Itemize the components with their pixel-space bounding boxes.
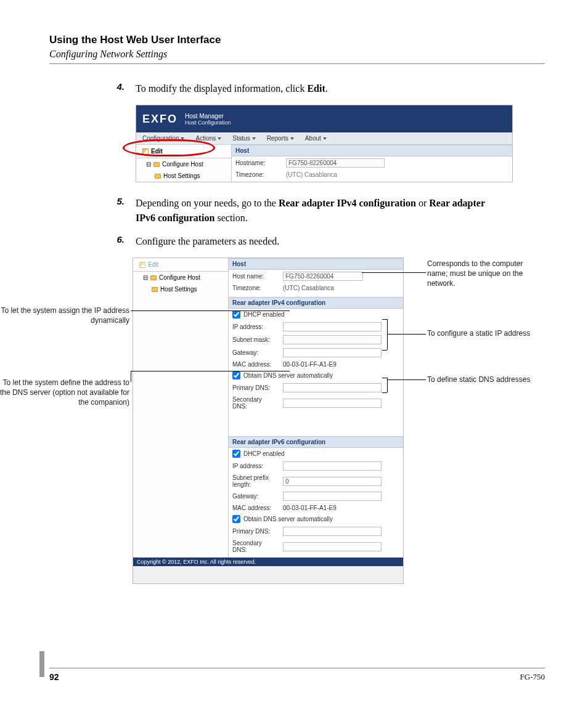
host-section-title: Host bbox=[232, 145, 512, 156]
screenshot-2-region: Edit ⊟Configure Host Host Settings Host … bbox=[74, 258, 567, 596]
callout-static-ip: To configure a static IP address bbox=[427, 328, 532, 338]
chevron-down-icon bbox=[323, 137, 327, 140]
page-number: 92 bbox=[49, 672, 59, 682]
gateway-input[interactable] bbox=[283, 348, 382, 357]
sdns6-label: Secondary DNS: bbox=[232, 540, 278, 553]
obtain-dns6-checkbox[interactable] bbox=[232, 515, 240, 523]
page-footer: 92 FG-750 bbox=[49, 668, 545, 682]
callout-line bbox=[131, 371, 290, 371]
hostname-label: Hostname: bbox=[235, 160, 281, 166]
exfo-logo: EXFO bbox=[142, 113, 178, 126]
mac6-value: 00-03-01-FF-A1-E9 bbox=[283, 505, 337, 511]
app-header: EXFO Host Manager Host Configuration bbox=[136, 105, 512, 132]
step-number: 6. bbox=[111, 234, 125, 249]
folder-icon bbox=[150, 275, 157, 280]
hostname-input[interactable] bbox=[286, 158, 385, 168]
callout-dhcp: To let the system assign the IP address … bbox=[0, 306, 129, 325]
ip6-label: IP address: bbox=[232, 463, 278, 469]
tree-host-settings[interactable]: Host Settings bbox=[133, 283, 228, 295]
menu-reports[interactable]: Reports bbox=[267, 135, 294, 142]
tree-configure-host[interactable]: ⊟Configure Host bbox=[133, 272, 228, 283]
copyright-bar: Copyright © 2012, EXFO Inc. All rights r… bbox=[133, 558, 403, 566]
pencil-icon bbox=[142, 148, 149, 155]
sdns-label: Secondary DNS: bbox=[232, 396, 278, 410]
edit-label: Edit bbox=[148, 261, 158, 268]
step-text: To modify the displayed information, cli… bbox=[136, 81, 328, 96]
step-text: Depending on your needs, go to the Rear … bbox=[136, 196, 499, 225]
dhcp6-label: DHCP enabled bbox=[243, 450, 285, 457]
callout-bracket-top bbox=[382, 319, 387, 320]
obtain-dns6-label: Obtain DNS server automatically bbox=[243, 516, 333, 522]
menu-status[interactable]: Status bbox=[232, 135, 255, 142]
timezone-label: Timezone: bbox=[235, 171, 281, 178]
step-number: 5. bbox=[111, 196, 125, 225]
mac-value: 00-03-01-FF-A1-E9 bbox=[283, 361, 337, 368]
menu-actions[interactable]: Actions bbox=[195, 135, 221, 142]
ip-input[interactable] bbox=[283, 322, 382, 331]
callout-static-dns: To define static DNS addresses bbox=[427, 375, 532, 384]
hostname-input[interactable] bbox=[283, 272, 363, 281]
callout-line bbox=[387, 379, 426, 380]
step-text-bold: Edit bbox=[307, 83, 325, 94]
step-6: 6. Configure the parameters as needed. bbox=[111, 234, 545, 249]
callout-bracket bbox=[387, 319, 388, 350]
dhcp-checkbox[interactable] bbox=[232, 310, 240, 318]
callout-dns-auto: To let the system define the address to … bbox=[0, 378, 129, 408]
subnet-input[interactable] bbox=[283, 335, 382, 344]
menubar: Configuration Actions Status Reports Abo… bbox=[136, 132, 512, 145]
step-number: 4. bbox=[111, 81, 125, 96]
dhcp6-checkbox[interactable] bbox=[232, 450, 240, 458]
divider-top bbox=[49, 63, 545, 64]
screenshot-2: Edit ⊟Configure Host Host Settings Host … bbox=[133, 258, 404, 584]
sdns6-input[interactable] bbox=[283, 542, 382, 551]
divider-bottom bbox=[49, 668, 545, 668]
sdns-input[interactable] bbox=[283, 399, 382, 408]
pencil-icon bbox=[139, 262, 145, 268]
menu-configuration[interactable]: Configuration bbox=[142, 135, 184, 142]
step-text: Configure the parameters as needed. bbox=[136, 234, 279, 249]
tree-host-settings[interactable]: Host Settings bbox=[136, 170, 231, 182]
ipv4-section-title: Rear adapter IPv4 configuration bbox=[229, 297, 403, 309]
tree-configure-host[interactable]: ⊟Configure Host bbox=[136, 158, 231, 170]
prefix-input[interactable] bbox=[283, 477, 382, 486]
screenshot-1: EXFO Host Manager Host Configuration Con… bbox=[136, 105, 513, 182]
app-subtitle: Host Configuration bbox=[185, 120, 231, 126]
callout-hostname: Corresponds to the computer name; must b… bbox=[427, 259, 532, 289]
folder-icon bbox=[152, 287, 158, 292]
mac6-label: MAC address: bbox=[232, 505, 278, 511]
callout-bracket-bot bbox=[382, 350, 387, 351]
ipv6-section-title: Rear adapter IPv6 configuration bbox=[229, 436, 403, 448]
folder-icon bbox=[153, 162, 160, 167]
chapter-title: Using the Host Web User Interface bbox=[49, 34, 545, 46]
edit-button[interactable]: Edit bbox=[133, 258, 228, 272]
hostname-label: Host name: bbox=[232, 273, 278, 280]
pdns6-input[interactable] bbox=[283, 527, 382, 536]
callout-line bbox=[131, 371, 131, 382]
section-title: Configuring Network Settings bbox=[49, 49, 545, 60]
chevron-down-icon bbox=[218, 137, 221, 140]
timezone-value: (UTC) Casablanca bbox=[286, 171, 337, 178]
prefix-label: Subnet prefix length: bbox=[232, 474, 278, 488]
callout-bracket-bot bbox=[382, 392, 387, 393]
dhcp-label: DHCP enabled bbox=[243, 311, 285, 318]
gateway6-input[interactable] bbox=[283, 492, 382, 501]
callout-bracket-top bbox=[382, 378, 387, 378]
pdns-input[interactable] bbox=[283, 383, 382, 392]
subnet-label: Subnet mask: bbox=[232, 336, 278, 343]
ip6-input[interactable] bbox=[283, 461, 382, 471]
mac-label: MAC address: bbox=[232, 361, 278, 368]
thumb-index-tab bbox=[39, 651, 44, 677]
edit-button[interactable]: Edit bbox=[136, 145, 231, 158]
timezone-label: Timezone: bbox=[232, 285, 278, 291]
callout-line bbox=[387, 334, 426, 335]
callout-line bbox=[362, 272, 426, 273]
step-text-post: . bbox=[325, 83, 328, 94]
pdns6-label: Primary DNS: bbox=[232, 528, 278, 535]
obtain-dns-label: Obtain DNS server automatically bbox=[243, 372, 333, 379]
gateway6-label: Gateway: bbox=[232, 493, 278, 500]
menu-about[interactable]: About bbox=[305, 135, 327, 142]
obtain-dns-checkbox[interactable] bbox=[232, 371, 240, 379]
host-section-title: Host bbox=[229, 258, 403, 270]
timezone-value: (UTC) Casablanca bbox=[283, 285, 334, 291]
edit-label: Edit bbox=[151, 148, 163, 155]
